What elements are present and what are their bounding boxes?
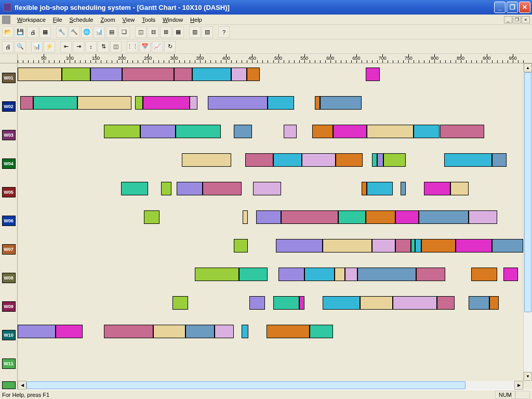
print-icon[interactable]: 🖨 <box>27 26 38 38</box>
gantt-bar[interactable] <box>421 239 455 252</box>
scroll-down-button[interactable]: ▼ <box>524 372 532 381</box>
gantt-bar[interactable] <box>234 239 248 252</box>
layout-icon-3[interactable]: ⊞ <box>160 26 171 38</box>
menu-workspace[interactable]: Workspace <box>14 16 49 24</box>
gantt-bar[interactable] <box>192 68 231 81</box>
gantt-bar[interactable] <box>424 182 450 195</box>
gantt-bar[interactable] <box>304 268 335 281</box>
gantt-bar[interactable] <box>444 153 492 167</box>
gantt-bar[interactable] <box>469 210 497 224</box>
chart2-icon[interactable]: 📈 <box>152 41 163 52</box>
row-header-W11[interactable]: W11 <box>0 349 17 378</box>
gantt-bar[interactable] <box>273 153 302 167</box>
gantt-bar[interactable] <box>411 239 415 252</box>
gantt-bar[interactable] <box>174 68 192 81</box>
row-header-W01[interactable]: W01 <box>0 63 17 92</box>
gantt-bar[interactable] <box>77 96 131 110</box>
gantt-bar[interactable] <box>62 68 90 81</box>
gantt-bar[interactable] <box>249 296 265 310</box>
gantt-bar[interactable] <box>245 153 273 167</box>
gantt-bar[interactable] <box>104 325 153 338</box>
menu-schedule[interactable]: Schedule <box>66 16 97 24</box>
gantt-bar[interactable] <box>469 296 489 310</box>
gantt-bar[interactable] <box>302 153 336 167</box>
gantt-bar[interactable] <box>121 182 148 195</box>
gantt-bar[interactable] <box>492 239 523 252</box>
gantt-bar[interactable] <box>489 296 499 310</box>
row-header-W10[interactable]: W10 <box>0 321 17 349</box>
gantt-bar[interactable] <box>503 268 518 281</box>
gantt-bar[interactable] <box>276 239 323 252</box>
gantt-bar[interactable] <box>395 239 411 252</box>
gantt-bar[interactable] <box>215 325 234 338</box>
gantt-bar[interactable] <box>401 182 406 195</box>
gantt-bar[interactable] <box>231 68 247 81</box>
gantt-bar[interactable] <box>256 210 281 224</box>
gantt-bar[interactable] <box>153 325 185 338</box>
gantt-bar[interactable] <box>104 125 140 138</box>
gantt-bar[interactable] <box>273 296 299 310</box>
gantt-bar[interactable] <box>323 296 360 310</box>
gantt-bar[interactable] <box>56 325 83 338</box>
gantt-bar[interactable] <box>377 153 383 167</box>
table-icon[interactable]: ▤ <box>106 26 117 38</box>
print2-icon[interactable]: 🖨 <box>2 41 14 52</box>
align-icon-4[interactable]: ⇅ <box>98 41 109 52</box>
gantt-bar[interactable] <box>492 153 507 167</box>
gantt-bar[interactable] <box>234 125 252 138</box>
horizontal-scroll-thumb[interactable] <box>26 381 466 389</box>
mdi-close-button[interactable]: × <box>522 16 530 23</box>
gantt-bar[interactable] <box>419 210 468 224</box>
maximize-button[interactable]: ❐ <box>507 2 518 13</box>
layout-icon-4[interactable]: ▦ <box>172 26 184 38</box>
gantt-bar[interactable] <box>20 96 33 110</box>
gantt-bar[interactable] <box>335 268 345 281</box>
gantt-bar[interactable] <box>278 268 304 281</box>
gantt-bar[interactable] <box>140 125 176 138</box>
gantt-bar[interactable] <box>243 210 248 224</box>
layout-icon-2[interactable]: ⊟ <box>148 26 159 38</box>
gantt-bar[interactable] <box>383 153 406 167</box>
gantt-bar[interactable] <box>122 68 174 81</box>
scroll-up-button[interactable]: ▲ <box>524 63 532 72</box>
save-icon[interactable]: 💾 <box>15 26 26 38</box>
gantt-bar[interactable] <box>239 268 268 281</box>
gantt-bar[interactable] <box>393 296 437 310</box>
lightning-icon[interactable]: ⚡ <box>44 41 55 52</box>
row-header-W04[interactable]: W04 <box>0 149 17 178</box>
gantt-bar[interactable] <box>281 210 338 224</box>
dots-icon[interactable]: ⋮⋮ <box>127 41 138 52</box>
gantt-bar[interactable] <box>185 325 215 338</box>
gantt-bar[interactable] <box>161 182 171 195</box>
globe-icon[interactable]: 🌐 <box>81 26 92 38</box>
gantt-bar[interactable] <box>33 96 77 110</box>
gantt-bar[interactable] <box>268 96 294 110</box>
gantt-bar[interactable] <box>190 96 197 110</box>
menu-view[interactable]: View <box>119 16 139 24</box>
gantt-bar[interactable] <box>450 182 469 195</box>
mdi-minimize-button[interactable]: _ <box>504 16 512 23</box>
horizontal-scrollbar[interactable]: ◀ ▶ <box>18 381 523 390</box>
grid-icon[interactable]: ▦ <box>39 26 51 38</box>
gantt-bar[interactable] <box>437 296 454 310</box>
align-icon-3[interactable]: ↕ <box>85 41 97 52</box>
menu-window[interactable]: Window <box>159 16 187 24</box>
vertical-scroll-thumb[interactable] <box>524 72 531 312</box>
gantt-bar[interactable] <box>315 96 320 110</box>
gantt-bar[interactable] <box>415 239 421 252</box>
align-icon-1[interactable]: ⇤ <box>60 41 72 52</box>
gantt-bar[interactable] <box>144 210 159 224</box>
gantt-bar[interactable] <box>320 96 362 110</box>
window-icon[interactable]: ❏ <box>118 26 130 38</box>
close-button[interactable]: ✕ <box>519 2 530 13</box>
gantt-bar[interactable] <box>471 268 497 281</box>
row-header-W02[interactable]: W02 <box>0 92 17 121</box>
align-icon-5[interactable]: ◫ <box>110 41 122 52</box>
gantt-bar[interactable] <box>177 182 203 195</box>
help-icon[interactable]: ? <box>218 26 230 38</box>
menu-tools[interactable]: Tools <box>138 16 159 24</box>
gantt-bar[interactable] <box>367 125 414 138</box>
layout-icon-6[interactable]: ▧ <box>202 26 213 38</box>
gantt-bar[interactable] <box>18 68 62 81</box>
mdi-restore-button[interactable]: ❐ <box>513 16 521 23</box>
